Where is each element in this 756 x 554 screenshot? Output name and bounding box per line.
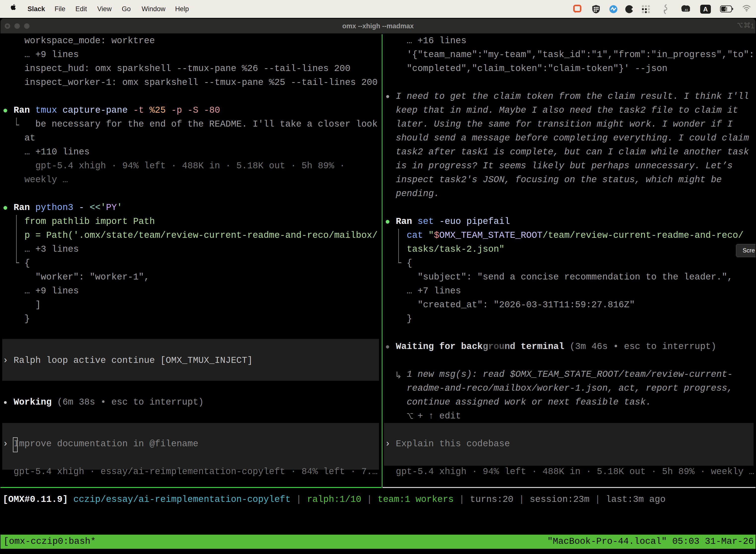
svg-text:..61: ..61 (683, 8, 688, 12)
svg-text:A: A (703, 5, 708, 13)
